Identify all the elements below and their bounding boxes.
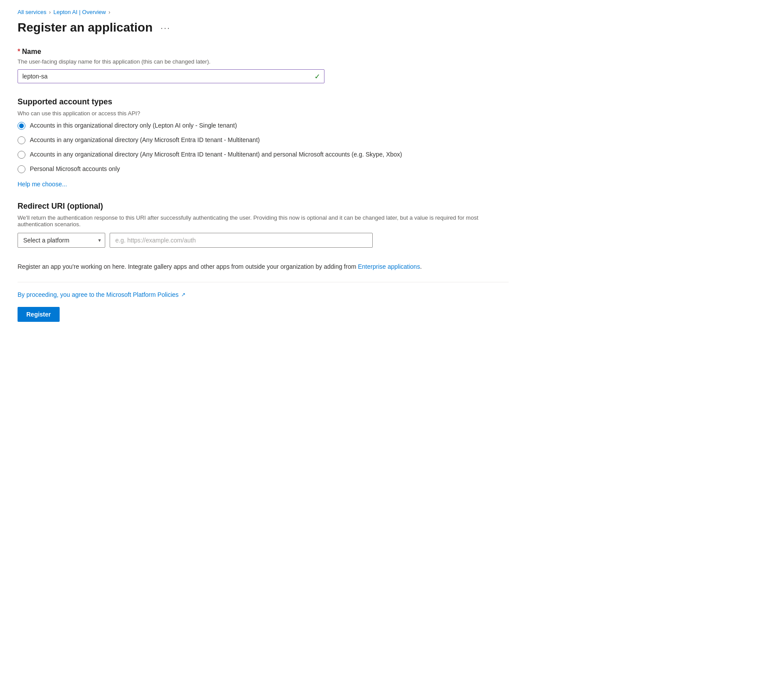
enterprise-applications-link[interactable]: Enterprise applications bbox=[358, 263, 420, 270]
radio-item-personal-only[interactable]: Personal Microsoft accounts only bbox=[18, 164, 509, 174]
breadcrumb-separator-1: › bbox=[49, 9, 51, 15]
policy-link[interactable]: By proceeding, you agree to the Microsof… bbox=[18, 291, 509, 298]
more-options-button[interactable]: ··· bbox=[158, 21, 173, 34]
breadcrumb: All services › Lepton AI | Overview › bbox=[18, 9, 509, 15]
radio-item-multitenant-personal[interactable]: Accounts in any organizational directory… bbox=[18, 150, 509, 159]
info-text: Register an app you're working on here. … bbox=[18, 262, 500, 271]
redirect-uri-section: Redirect URI (optional) We'll return the… bbox=[18, 202, 509, 248]
radio-label-multitenant: Accounts in any organizational directory… bbox=[30, 135, 260, 145]
page-title: Register an application bbox=[18, 21, 153, 35]
info-text-suffix: . bbox=[420, 263, 422, 270]
help-me-choose-link[interactable]: Help me choose... bbox=[18, 181, 67, 188]
platform-select[interactable]: Select a platform Web Single-page applic… bbox=[18, 233, 105, 248]
redirect-uri-title: Redirect URI (optional) bbox=[18, 202, 509, 211]
redirect-uri-description: We'll return the authentication response… bbox=[18, 214, 509, 228]
name-field-description: The user-facing display name for this ap… bbox=[18, 58, 509, 65]
radio-item-multitenant[interactable]: Accounts in any organizational directory… bbox=[18, 135, 509, 145]
name-section: *Name The user-facing display name for t… bbox=[18, 48, 509, 83]
breadcrumb-separator-2: › bbox=[108, 9, 110, 15]
info-text-prefix: Register an app you're working on here. … bbox=[18, 263, 358, 270]
breadcrumb-all-services[interactable]: All services bbox=[18, 9, 46, 15]
radio-label-single-tenant: Accounts in this organizational director… bbox=[30, 121, 237, 130]
radio-item-single-tenant[interactable]: Accounts in this organizational director… bbox=[18, 121, 509, 130]
platform-select-wrapper: Select a platform Web Single-page applic… bbox=[18, 233, 105, 248]
account-types-section: Supported account types Who can use this… bbox=[18, 97, 509, 188]
radio-single-tenant[interactable] bbox=[18, 122, 25, 130]
account-types-radio-group: Accounts in this organizational director… bbox=[18, 121, 509, 174]
account-types-title: Supported account types bbox=[18, 97, 509, 107]
redirect-uri-input[interactable] bbox=[110, 233, 373, 248]
footer-section: By proceeding, you agree to the Microsof… bbox=[18, 282, 509, 322]
radio-label-personal-only: Personal Microsoft accounts only bbox=[30, 164, 120, 174]
policy-link-text: By proceeding, you agree to the Microsof… bbox=[18, 291, 178, 298]
radio-personal-only[interactable] bbox=[18, 165, 25, 173]
name-input-wrapper: ✓ bbox=[18, 69, 324, 83]
breadcrumb-lepton-ai[interactable]: Lepton AI | Overview bbox=[53, 9, 106, 15]
account-types-description: Who can use this application or access t… bbox=[18, 110, 509, 117]
register-button[interactable]: Register bbox=[18, 307, 60, 322]
checkmark-icon: ✓ bbox=[314, 72, 320, 81]
radio-multitenant-personal[interactable] bbox=[18, 151, 25, 159]
page-header: Register an application ··· bbox=[18, 21, 509, 35]
name-field-label: *Name bbox=[18, 48, 509, 56]
external-link-icon: ↗ bbox=[181, 292, 185, 298]
radio-label-multitenant-personal: Accounts in any organizational directory… bbox=[30, 150, 402, 159]
radio-multitenant[interactable] bbox=[18, 136, 25, 144]
name-input[interactable] bbox=[18, 69, 324, 83]
required-star: * bbox=[18, 48, 20, 55]
redirect-row: Select a platform Web Single-page applic… bbox=[18, 233, 509, 248]
